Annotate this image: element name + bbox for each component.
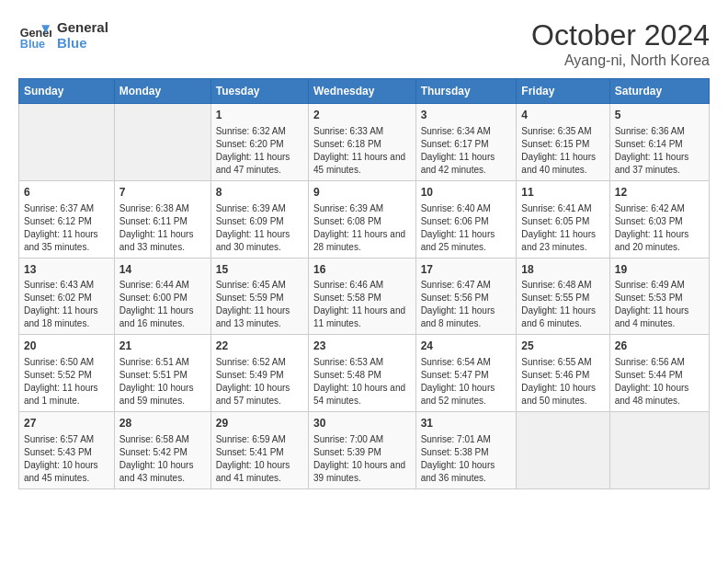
- day-info: Sunrise: 6:36 AM Sunset: 6:14 PM Dayligh…: [615, 125, 704, 177]
- day-number: 18: [521, 262, 604, 278]
- day-number: 10: [421, 185, 512, 201]
- day-of-week-header: Sunday: [19, 79, 115, 104]
- day-info: Sunrise: 6:41 AM Sunset: 6:05 PM Dayligh…: [521, 202, 604, 254]
- day-info: Sunrise: 6:50 AM Sunset: 5:52 PM Dayligh…: [24, 356, 109, 408]
- day-info: Sunrise: 6:59 AM Sunset: 5:41 PM Dayligh…: [216, 433, 303, 485]
- logo-icon: General Blue: [18, 18, 51, 52]
- calendar-cell: 4Sunrise: 6:35 AM Sunset: 6:15 PM Daylig…: [517, 104, 609, 181]
- page-header: General Blue GeneralBlue October 2024 Ay…: [18, 18, 710, 69]
- day-info: Sunrise: 7:00 AM Sunset: 5:39 PM Dayligh…: [313, 433, 411, 485]
- day-info: Sunrise: 6:34 AM Sunset: 6:17 PM Dayligh…: [421, 125, 512, 177]
- day-info: Sunrise: 6:55 AM Sunset: 5:46 PM Dayligh…: [521, 356, 604, 408]
- calendar-cell: 23Sunrise: 6:53 AM Sunset: 5:48 PM Dayli…: [308, 335, 415, 412]
- day-number: 31: [421, 416, 512, 431]
- calendar-cell: 22Sunrise: 6:52 AM Sunset: 5:49 PM Dayli…: [210, 335, 308, 412]
- day-number: 11: [521, 185, 604, 201]
- day-of-week-header: Tuesday: [210, 79, 308, 104]
- calendar-cell: 15Sunrise: 6:45 AM Sunset: 5:59 PM Dayli…: [210, 258, 308, 335]
- calendar-cell: 21Sunrise: 6:51 AM Sunset: 5:51 PM Dayli…: [114, 335, 210, 412]
- day-number: 24: [421, 339, 512, 354]
- day-number: 1: [216, 108, 303, 123]
- day-number: 3: [421, 108, 512, 123]
- day-of-week-header: Wednesday: [308, 79, 415, 104]
- day-number: 23: [313, 339, 411, 354]
- day-info: Sunrise: 6:52 AM Sunset: 5:49 PM Dayligh…: [216, 356, 303, 408]
- calendar-cell: 8Sunrise: 6:39 AM Sunset: 6:09 PM Daylig…: [210, 180, 308, 258]
- calendar-cell: 6Sunrise: 6:37 AM Sunset: 6:12 PM Daylig…: [19, 180, 115, 258]
- day-number: 12: [615, 185, 704, 201]
- calendar-cell: 19Sunrise: 6:49 AM Sunset: 5:53 PM Dayli…: [609, 258, 709, 335]
- day-info: Sunrise: 6:57 AM Sunset: 5:43 PM Dayligh…: [24, 433, 109, 485]
- day-number: 30: [313, 416, 411, 431]
- day-number: 21: [119, 339, 206, 354]
- day-number: 14: [119, 262, 206, 278]
- calendar-cell: 17Sunrise: 6:47 AM Sunset: 5:56 PM Dayli…: [415, 258, 517, 335]
- calendar-cell: 14Sunrise: 6:44 AM Sunset: 6:00 PM Dayli…: [114, 258, 210, 335]
- svg-text:Blue: Blue: [20, 38, 45, 51]
- calendar-cell: 2Sunrise: 6:33 AM Sunset: 6:18 PM Daylig…: [308, 104, 415, 181]
- calendar-cell: 1Sunrise: 6:32 AM Sunset: 6:20 PM Daylig…: [210, 104, 308, 181]
- calendar-week-row: 13Sunrise: 6:43 AM Sunset: 6:02 PM Dayli…: [19, 258, 710, 335]
- calendar-title: October 2024: [531, 18, 710, 52]
- calendar-cell: 13Sunrise: 6:43 AM Sunset: 6:02 PM Dayli…: [19, 258, 115, 335]
- day-number: 19: [615, 262, 704, 278]
- day-number: 13: [24, 262, 109, 278]
- calendar-cell: 12Sunrise: 6:42 AM Sunset: 6:03 PM Dayli…: [609, 180, 709, 258]
- calendar-cell: 11Sunrise: 6:41 AM Sunset: 6:05 PM Dayli…: [517, 180, 609, 258]
- day-number: 22: [216, 339, 303, 354]
- day-number: 27: [24, 416, 109, 431]
- calendar-cell: 20Sunrise: 6:50 AM Sunset: 5:52 PM Dayli…: [19, 335, 115, 412]
- title-block: October 2024 Ayang-ni, North Korea: [531, 18, 710, 69]
- calendar-cell: 31Sunrise: 7:01 AM Sunset: 5:38 PM Dayli…: [415, 412, 517, 489]
- day-number: 17: [421, 262, 512, 278]
- day-info: Sunrise: 7:01 AM Sunset: 5:38 PM Dayligh…: [421, 433, 512, 485]
- day-info: Sunrise: 6:47 AM Sunset: 5:56 PM Dayligh…: [421, 279, 512, 330]
- day-info: Sunrise: 6:56 AM Sunset: 5:44 PM Dayligh…: [615, 356, 704, 408]
- day-number: 16: [313, 262, 411, 278]
- calendar-week-row: 1Sunrise: 6:32 AM Sunset: 6:20 PM Daylig…: [19, 104, 710, 181]
- calendar-cell: 10Sunrise: 6:40 AM Sunset: 6:06 PM Dayli…: [415, 180, 517, 258]
- day-info: Sunrise: 6:37 AM Sunset: 6:12 PM Dayligh…: [24, 202, 109, 254]
- day-info: Sunrise: 6:51 AM Sunset: 5:51 PM Dayligh…: [119, 356, 206, 408]
- calendar-week-row: 27Sunrise: 6:57 AM Sunset: 5:43 PM Dayli…: [19, 412, 710, 489]
- day-info: Sunrise: 6:38 AM Sunset: 6:11 PM Dayligh…: [119, 202, 206, 254]
- calendar-table: SundayMondayTuesdayWednesdayThursdayFrid…: [18, 78, 710, 489]
- day-info: Sunrise: 6:54 AM Sunset: 5:47 PM Dayligh…: [421, 356, 512, 408]
- day-number: 2: [313, 108, 411, 123]
- day-info: Sunrise: 6:48 AM Sunset: 5:55 PM Dayligh…: [521, 279, 604, 330]
- day-info: Sunrise: 6:39 AM Sunset: 6:09 PM Dayligh…: [216, 202, 303, 254]
- day-info: Sunrise: 6:32 AM Sunset: 6:20 PM Dayligh…: [216, 125, 303, 177]
- calendar-header: SundayMondayTuesdayWednesdayThursdayFrid…: [19, 79, 710, 104]
- calendar-cell: 28Sunrise: 6:58 AM Sunset: 5:42 PM Dayli…: [114, 412, 210, 489]
- calendar-cell: 27Sunrise: 6:57 AM Sunset: 5:43 PM Dayli…: [19, 412, 115, 489]
- day-number: 6: [24, 185, 109, 201]
- day-info: Sunrise: 6:35 AM Sunset: 6:15 PM Dayligh…: [521, 125, 604, 177]
- day-number: 28: [119, 416, 206, 431]
- day-number: 25: [521, 339, 604, 354]
- day-of-week-header: Monday: [114, 79, 210, 104]
- calendar-cell: 9Sunrise: 6:39 AM Sunset: 6:08 PM Daylig…: [308, 180, 415, 258]
- calendar-cell: [19, 104, 115, 181]
- day-info: Sunrise: 6:58 AM Sunset: 5:42 PM Dayligh…: [119, 433, 206, 485]
- day-number: 4: [521, 108, 604, 123]
- day-number: 8: [216, 185, 303, 201]
- day-info: Sunrise: 6:39 AM Sunset: 6:08 PM Dayligh…: [313, 202, 411, 254]
- day-number: 15: [216, 262, 303, 278]
- calendar-cell: [609, 412, 709, 489]
- day-number: 9: [313, 185, 411, 201]
- calendar-cell: 5Sunrise: 6:36 AM Sunset: 6:14 PM Daylig…: [609, 104, 709, 181]
- calendar-cell: 16Sunrise: 6:46 AM Sunset: 5:58 PM Dayli…: [308, 258, 415, 335]
- calendar-week-row: 6Sunrise: 6:37 AM Sunset: 6:12 PM Daylig…: [19, 180, 710, 258]
- day-of-week-header: Saturday: [609, 79, 709, 104]
- day-of-week-header: Friday: [517, 79, 609, 104]
- day-number: 5: [615, 108, 704, 123]
- calendar-cell: [517, 412, 609, 489]
- day-info: Sunrise: 6:45 AM Sunset: 5:59 PM Dayligh…: [216, 279, 303, 330]
- day-info: Sunrise: 6:33 AM Sunset: 6:18 PM Dayligh…: [313, 125, 411, 177]
- calendar-cell: 3Sunrise: 6:34 AM Sunset: 6:17 PM Daylig…: [415, 104, 517, 181]
- calendar-cell: 25Sunrise: 6:55 AM Sunset: 5:46 PM Dayli…: [517, 335, 609, 412]
- logo-text: GeneralBlue: [57, 19, 108, 51]
- day-header-row: SundayMondayTuesdayWednesdayThursdayFrid…: [19, 79, 710, 104]
- day-of-week-header: Thursday: [415, 79, 517, 104]
- calendar-cell: 26Sunrise: 6:56 AM Sunset: 5:44 PM Dayli…: [609, 335, 709, 412]
